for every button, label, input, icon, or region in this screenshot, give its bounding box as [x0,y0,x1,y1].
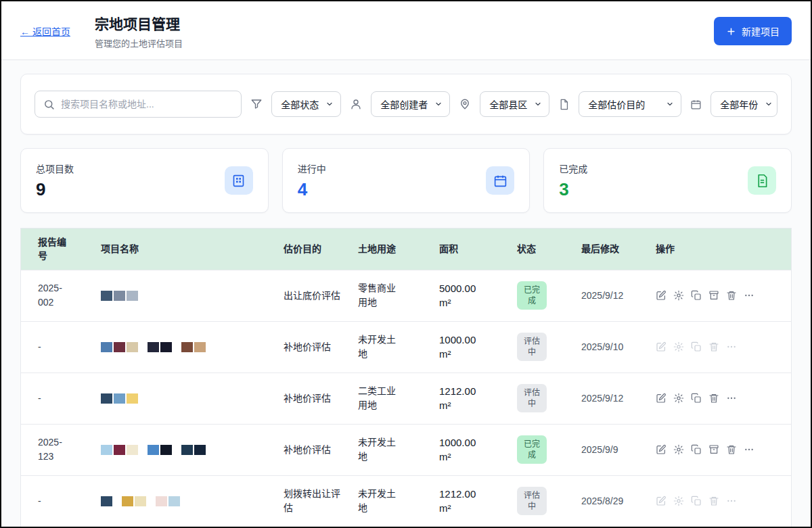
more-icon[interactable] [726,393,737,404]
land-use-cell: 零售商业用地 [358,273,411,318]
col-header-area: 面积 [439,235,517,262]
purpose-select[interactable]: 全部估价目的 [579,91,681,117]
more-icon[interactable] [744,290,754,301]
name-block [135,496,146,506]
stat-in-progress-label: 进行中 [298,162,326,175]
new-project-button[interactable]: 新建项目 [714,17,792,45]
name-block [168,496,180,506]
name-block [194,445,206,455]
copy-icon[interactable] [691,496,702,506]
stat-in-progress-value: 4 [298,179,326,200]
modified-cell: 2025/9/12 [581,282,656,309]
chevron-down-icon [666,100,674,108]
area-cell: 1212.00 m² [439,376,517,421]
back-home-link[interactable]: ← 返回首页 [20,24,70,38]
project-name-blocks[interactable] [101,488,284,514]
creator-select[interactable]: 全部创建者 [371,91,450,117]
project-name-blocks[interactable] [101,283,284,309]
area-cell: 5000.00 m² [439,273,517,318]
district-select-value: 全部县区 [489,97,527,111]
edit-icon[interactable] [656,496,667,506]
row-actions [656,282,791,309]
name-block [101,496,112,506]
trash-icon[interactable] [726,290,737,301]
purpose-select-value: 全部估价目的 [588,97,645,111]
copy-icon[interactable] [691,290,702,301]
row-actions [656,333,791,360]
purpose-cell: 出让底价评估 [284,281,350,311]
gear-icon[interactable] [673,393,684,404]
purpose-cell: 补地价评估 [284,383,350,414]
edit-icon[interactable] [656,290,667,301]
copy-icon[interactable] [691,444,702,455]
status-cell: 评估中 [517,376,581,421]
name-block [127,342,138,352]
area-unit: m² [439,295,508,310]
copy-icon[interactable] [691,341,702,352]
name-block [114,445,125,455]
stat-total-value: 9 [36,179,74,200]
name-gap [139,342,146,352]
district-select[interactable]: 全部县区 [480,91,549,117]
copy-icon[interactable] [691,393,702,404]
title-block: 宗地项目管理 管理您的土地评估项目 [95,13,183,49]
stat-card-in-progress: 进行中 4 [282,148,531,213]
col-header-purpose: 估价目的 [284,235,358,262]
gear-icon[interactable] [673,496,684,506]
archive-icon[interactable] [708,290,719,301]
trash-icon[interactable] [726,444,737,455]
gear-icon[interactable] [673,444,684,455]
area-unit: m² [439,398,508,412]
gear-icon[interactable] [673,290,684,301]
area-value: 5000.00 [439,281,508,295]
project-name-blocks[interactable] [101,385,284,412]
trash-icon[interactable] [708,393,719,404]
new-project-label: 新建项目 [742,24,780,38]
name-block [127,393,138,404]
modified-cell: 2025/9/10 [581,333,656,360]
name-gap [173,342,180,352]
year-select[interactable]: 全部年份 [710,91,777,117]
name-gap [173,445,180,455]
status-badge: 已完成 [517,281,547,310]
table-body: 2025-002 出让底价评估 零售商业用地 5000.00 m² 已完成 20… [21,270,791,527]
name-gap [114,496,120,506]
page-subtitle: 管理您的土地评估项目 [95,37,183,49]
building-icon [225,166,253,195]
chevron-down-icon [325,100,334,108]
more-icon[interactable] [744,444,754,455]
filter-bar: 全部状态 全部创建者 全部县区 全部估价目的 [20,74,792,135]
search-icon [43,99,55,110]
edit-icon[interactable] [656,393,667,404]
status-badge: 已完成 [517,435,547,464]
name-block [101,291,112,301]
name-block [114,342,125,352]
trash-icon[interactable] [708,496,719,506]
table-header-row: 报告编号 项目名称 估价目的 土地用途 面积 状态 最后修改 操作 [21,229,791,270]
status-select[interactable]: 全部状态 [271,91,341,117]
trash-icon[interactable] [708,341,719,352]
edit-icon[interactable] [656,444,667,455]
table-row: - 划拨转出让评估 未开发土地 1212.00 m² 评估中 2025/8/29 [21,475,791,527]
area-value: 1212.00 [439,487,508,501]
page-content: 全部状态 全部创建者 全部县区 全部估价目的 [1,60,811,527]
row-actions [656,436,791,463]
search-input[interactable] [61,99,233,110]
location-pin-icon [459,98,471,110]
file-text-icon [748,166,776,195]
status-select-value: 全部状态 [281,97,319,111]
more-icon[interactable] [726,341,737,352]
edit-icon[interactable] [656,341,667,352]
gear-icon[interactable] [673,341,684,352]
area-cell: 1212.00 m² [439,479,517,523]
project-name-blocks[interactable] [101,437,284,463]
report-number: 2025-002 [38,273,76,318]
table-row: 2025-123 补地价评估 未开发土地 1000.00 m² 已完成 2025… [21,424,791,475]
area-value: 1000.00 [439,333,508,347]
more-icon[interactable] [726,496,737,506]
purpose-cell: 补地价评估 [284,435,350,465]
status-cell: 已完成 [517,427,581,472]
archive-icon[interactable] [708,444,719,455]
project-name-blocks[interactable] [101,334,284,360]
stat-text: 已完成 3 [559,162,587,200]
